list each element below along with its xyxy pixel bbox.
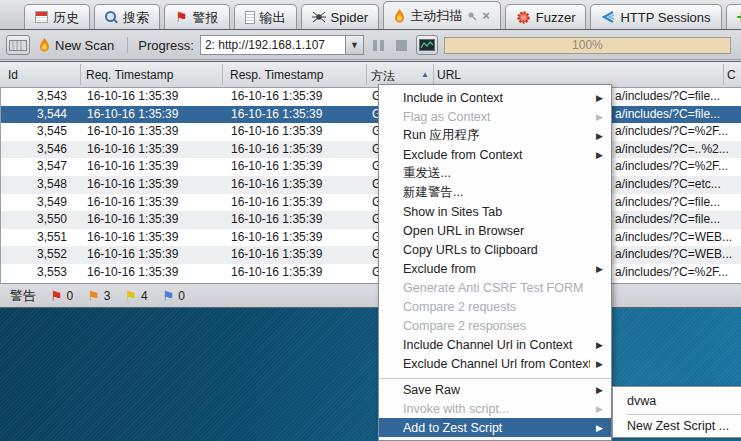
new-scan-button[interactable]: New Scan: [36, 35, 117, 55]
table-row[interactable]: 3,548 16-10-16 1:35:39 16-10-16 1:35:39 …: [1, 176, 741, 194]
column-divider[interactable]: [366, 64, 367, 85]
context-menu-item[interactable]: Copy URLs to Clipboard ▶: [379, 240, 611, 259]
tab-history[interactable]: 历史: [24, 4, 90, 29]
alerts-panel-tab[interactable]: 警告: [10, 287, 36, 305]
cell-url: a/includes/?C=WEB...: [615, 229, 732, 247]
cell-id: 3,548: [1, 176, 67, 194]
sort-asc-icon: ▲: [421, 70, 429, 79]
menu-item-label: Show in Sites Tab: [403, 205, 590, 219]
cell-url: a/includes/?C=..%2...: [615, 141, 729, 159]
tab-add[interactable]: +: [726, 4, 741, 29]
context-menu-item[interactable]: Save Raw ▶: [379, 380, 611, 399]
column-divider[interactable]: [723, 64, 724, 85]
progress-percent: 100%: [445, 38, 730, 53]
column-divider[interactable]: [433, 64, 434, 85]
column-header-code[interactable]: C: [727, 68, 736, 82]
menu-item-label: New Zest Script ...: [627, 419, 730, 433]
close-icon[interactable]: ×: [482, 10, 490, 22]
alert-flag-count[interactable]: ⚑ 0: [162, 289, 185, 303]
cell-req-timestamp: 16-10-16 1:35:39: [87, 211, 178, 229]
tab-search[interactable]: 搜索: [94, 4, 160, 29]
context-menu-item[interactable]: Exclude from ▶: [379, 259, 611, 278]
context-menu-item[interactable]: Add to Zest Script ▶: [379, 418, 611, 437]
spider-icon: [312, 11, 326, 23]
menu-item-label: dvwa: [627, 394, 730, 408]
progress-select[interactable]: 2: http://192.168.1.107 ▼: [200, 35, 364, 55]
context-menu-item[interactable]: Flag as Context ▶: [379, 107, 611, 126]
submenu-arrow-icon: ▶: [596, 150, 603, 160]
submenu-item[interactable]: New Zest Script ... ▶: [613, 415, 741, 436]
table-row[interactable]: 3,552 16-10-16 1:35:39 16-10-16 1:35:39 …: [1, 246, 741, 264]
alert-flag-count[interactable]: ⚑ 3: [87, 289, 110, 303]
tab-active-scan[interactable]: 主动扫描 ×: [383, 1, 501, 29]
tab-bar: 历史 搜索 ⚑ 警报 输出 Spider: [0, 0, 741, 30]
context-menu-item[interactable]: Generate Anti CSRF Test FORM ▶: [379, 278, 611, 297]
tab-label: Spider: [331, 11, 369, 24]
context-menu-item[interactable]: Show in Sites Tab ▶: [379, 202, 611, 221]
table-row[interactable]: 3,545 16-10-16 1:35:39 16-10-16 1:35:39 …: [1, 123, 741, 141]
chart-monitor-icon: [419, 39, 435, 51]
column-header-url[interactable]: URL: [437, 68, 461, 82]
context-menu-item[interactable]: Open URL in Browser ▶: [379, 221, 611, 240]
cell-id: 3,551: [1, 229, 67, 247]
new-scan-label: New Scan: [55, 38, 114, 53]
stop-scan-button[interactable]: [393, 35, 410, 55]
alert-flag-counts: ⚑ 0 ⚑ 3 ⚑ 4 ⚑ 0: [50, 289, 185, 303]
flag-icon: ⚑: [162, 290, 175, 302]
context-menu-item[interactable]: ▶: [379, 373, 611, 380]
context-menu-item[interactable]: 新建警告... ▶: [379, 183, 611, 202]
scan-options-button[interactable]: [6, 35, 30, 55]
table-row[interactable]: 3,546 16-10-16 1:35:39 16-10-16 1:35:39 …: [1, 141, 741, 159]
table-row[interactable]: 3,543 16-10-16 1:35:39 16-10-16 1:35:39 …: [1, 88, 741, 106]
pin-icon[interactable]: [467, 11, 477, 21]
table-row[interactable]: 3,544 16-10-16 1:35:39 16-10-16 1:35:39 …: [1, 106, 741, 124]
context-menu-item[interactable]: Invoke with script... ▶: [379, 399, 611, 418]
context-menu-item[interactable]: Run 应用程序 ▶: [379, 126, 611, 145]
context-menu-item[interactable]: Exclude from Context ▶: [379, 145, 611, 164]
cell-id: 3,547: [1, 158, 67, 176]
context-menu-item[interactable]: Include Channel Url in Context ▶: [379, 335, 611, 354]
pause-icon: [373, 40, 384, 51]
tab-http-sessions[interactable]: HTTP Sessions: [590, 4, 721, 29]
context-menu-item[interactable]: Exclude Channel Url from Context ▶: [379, 354, 611, 373]
progress-bar: 100%: [444, 37, 731, 54]
alert-flag-count[interactable]: ⚑ 0: [50, 289, 73, 303]
zest-script-submenu: dvwa ▶ ▶ New Zest Script ... ▶: [612, 386, 741, 438]
column-header-req-timestamp[interactable]: Req. Timestamp: [86, 68, 173, 82]
status-bar: 警告 ⚑ 0 ⚑ 3 ⚑ 4 ⚑ 0: [0, 283, 741, 308]
cell-id: 3,546: [1, 141, 67, 159]
submenu-item[interactable]: dvwa ▶: [613, 390, 741, 411]
column-header-method[interactable]: 方法: [371, 68, 395, 85]
pause-scan-button[interactable]: [370, 35, 387, 55]
column-divider[interactable]: [222, 64, 223, 85]
context-menu-item[interactable]: Include in Context ▶: [379, 88, 611, 107]
context-menu-item[interactable]: 重发送... ▶: [379, 164, 611, 183]
table-row[interactable]: 3,550 16-10-16 1:35:39 16-10-16 1:35:39 …: [1, 211, 741, 229]
tab-alerts[interactable]: ⚑ 警报: [164, 4, 230, 29]
table-row[interactable]: 3,553 16-10-16 1:35:39 16-10-16 1:35:39 …: [1, 264, 741, 282]
table-row[interactable]: 3,551 16-10-16 1:35:39 16-10-16 1:35:39 …: [1, 229, 741, 247]
flag-icon: ⚑: [175, 11, 188, 23]
scan-details-button[interactable]: [416, 35, 438, 55]
alert-flag-count[interactable]: ⚑ 4: [125, 289, 148, 303]
tab-output[interactable]: 输出: [234, 4, 297, 29]
stop-icon: [396, 40, 407, 51]
context-menu: Include in Context ▶ Flag as Context ▶ R…: [378, 84, 612, 441]
column-header-id[interactable]: Id: [8, 68, 18, 82]
chevron-down-icon[interactable]: ▼: [345, 36, 363, 54]
cell-url: a/includes/?C=%2F...: [615, 158, 728, 176]
column-divider[interactable]: [80, 64, 81, 85]
table-row[interactable]: 3,549 16-10-16 1:35:39 16-10-16 1:35:39 …: [1, 194, 741, 212]
tab-spider[interactable]: Spider: [301, 4, 380, 29]
context-menu-item[interactable]: Compare 2 responses ▶: [379, 316, 611, 335]
cell-url: a/includes/?C=etc...: [615, 176, 721, 194]
column-header-resp-timestamp[interactable]: Resp. Timestamp: [230, 68, 323, 82]
tab-fuzzer[interactable]: Fuzzer: [505, 4, 587, 29]
cell-id: 3,550: [1, 211, 67, 229]
table-row[interactable]: 3,547 16-10-16 1:35:39 16-10-16 1:35:39 …: [1, 158, 741, 176]
scan-toolbar: New Scan Progress: 2: http://192.168.1.1…: [0, 31, 741, 60]
cell-req-timestamp: 16-10-16 1:35:39: [87, 176, 178, 194]
menu-item-label: 新建警告...: [403, 184, 590, 201]
menu-item-label: Save Raw: [403, 383, 590, 397]
context-menu-item[interactable]: Compare 2 requests ▶: [379, 297, 611, 316]
